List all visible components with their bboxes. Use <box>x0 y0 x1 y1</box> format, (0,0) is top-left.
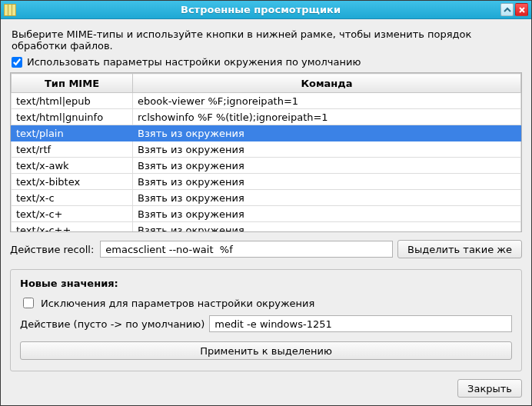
cell-cmd[interactable]: Взять из окружения <box>133 158 521 174</box>
recoll-action-label: Действие recoll: <box>10 244 94 255</box>
table-row[interactable]: text/x-bibtexВзять из окружения <box>12 174 521 190</box>
cell-mime[interactable]: text/plain <box>12 125 133 141</box>
cell-cmd[interactable]: rclshowinfo %F %(title);ignoreipath=1 <box>133 109 521 125</box>
cell-cmd[interactable]: Взять из окружения <box>133 190 521 206</box>
instruction-text: Выберите MIME-типы и используйте кнопки … <box>12 28 520 52</box>
exceptions-checkbox[interactable] <box>23 298 34 308</box>
cell-mime[interactable]: text/rtf <box>12 141 133 158</box>
cell-cmd[interactable]: Взять из окружения <box>133 222 521 233</box>
table-row[interactable]: text/html|epubebook-viewer %F;ignoreipat… <box>12 93 521 109</box>
select-same-button[interactable]: Выделить такие же <box>397 240 522 258</box>
cell-cmd[interactable]: ebook-viewer %F;ignoreipath=1 <box>133 93 521 109</box>
table-row[interactable]: text/x-c++Взять из окружения <box>12 222 521 233</box>
new-values-title: Новые значения: <box>20 278 512 289</box>
cell-mime[interactable]: text/x-c <box>12 190 133 206</box>
cell-mime[interactable]: text/html|epub <box>12 93 133 109</box>
cell-cmd[interactable]: Взять из окружения <box>133 174 521 190</box>
cell-mime[interactable]: text/x-awk <box>12 158 133 174</box>
use-default-label: Использовать параметры настройки окружен… <box>27 56 361 68</box>
titlebar[interactable]: Встроенные просмотрщики <box>1 1 531 19</box>
table-row[interactable]: text/html|gnuinforclshowinfo %F %(title)… <box>12 109 521 125</box>
close-icon <box>518 6 526 14</box>
mime-table[interactable]: Тип MIME Команда text/html|epubebook-vie… <box>11 73 521 232</box>
table-row[interactable]: text/rtfВзять из окружения <box>12 141 521 158</box>
table-row[interactable]: text/x-awkВзять из окружения <box>12 158 521 174</box>
col-header-cmd[interactable]: Команда <box>133 74 521 93</box>
cell-cmd[interactable]: Взять из окружения <box>133 141 521 158</box>
exceptions-row[interactable]: Исключения для параметров настройки окру… <box>20 295 512 311</box>
app-icon <box>4 4 16 16</box>
cell-mime[interactable]: text/html|gnuinfo <box>12 109 133 125</box>
new-values-group: Новые значения: Исключения для параметро… <box>10 269 522 371</box>
table-row[interactable]: text/plainВзять из окружения <box>12 125 521 141</box>
maximize-button[interactable] <box>500 3 514 16</box>
close-button[interactable] <box>515 3 528 16</box>
mime-table-container[interactable]: Тип MIME Команда text/html|epubebook-vie… <box>10 72 522 232</box>
cell-mime[interactable]: text/x-c++ <box>12 222 133 233</box>
table-row[interactable]: text/x-c+Взять из окружения <box>12 206 521 222</box>
use-default-row[interactable]: Использовать параметры настройки окружен… <box>12 56 520 68</box>
table-row[interactable]: text/x-cВзять из окружения <box>12 190 521 206</box>
close-dialog-button[interactable]: Закрыть <box>457 379 522 398</box>
chevron-up-icon <box>504 6 511 14</box>
recoll-action-input[interactable] <box>100 241 393 258</box>
action-label: Действие (пусто -> по умолчанию) <box>20 318 204 330</box>
exceptions-label: Исключения для параметров настройки окру… <box>41 298 314 309</box>
window-title: Встроенные просмотрщики <box>21 4 500 15</box>
cell-mime[interactable]: text/x-bibtex <box>12 174 133 190</box>
use-default-checkbox[interactable] <box>12 57 22 68</box>
cell-cmd[interactable]: Взять из окружения <box>133 125 521 141</box>
cell-cmd[interactable]: Взять из окружения <box>133 206 521 222</box>
apply-button[interactable]: Применить к выделению <box>20 341 512 360</box>
cell-mime[interactable]: text/x-c+ <box>12 206 133 222</box>
action-input[interactable] <box>209 315 512 332</box>
col-header-mime[interactable]: Тип MIME <box>12 74 133 93</box>
